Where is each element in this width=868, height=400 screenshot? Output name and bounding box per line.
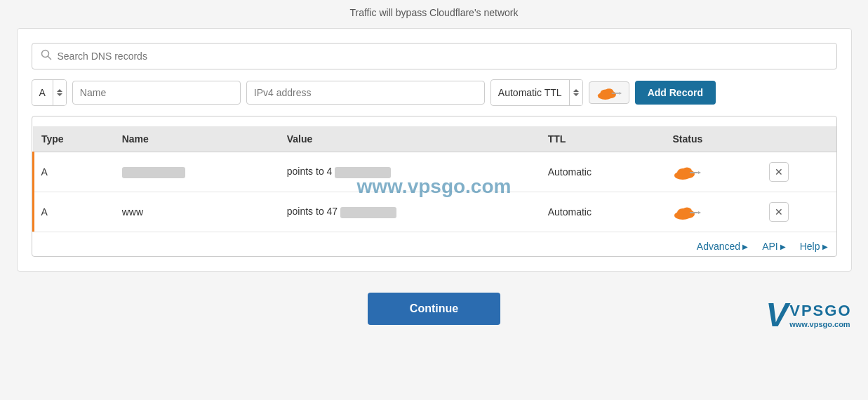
help-arrow-icon: ▶ — [822, 243, 828, 251]
col-actions — [761, 126, 836, 152]
watermark-brand: VPSGO — [789, 302, 851, 320]
continue-area: Continue V VPSGO www.vpsgo.com — [17, 293, 852, 325]
type-value: A — [32, 81, 53, 104]
help-label: Help — [800, 241, 820, 252]
row2-value: points to 47 — [279, 192, 540, 232]
api-link[interactable]: API ▶ — [762, 241, 786, 252]
ttl-spinner[interactable] — [569, 80, 582, 105]
col-ttl: TTL — [540, 126, 665, 152]
row2-cloud-status — [673, 204, 753, 220]
ttl-select[interactable]: Automatic TTL — [490, 79, 583, 106]
continue-button[interactable]: Continue — [368, 293, 500, 325]
svg-marker-7 — [619, 92, 622, 95]
api-arrow-icon: ▶ — [780, 243, 786, 251]
svg-rect-18 — [690, 212, 698, 213]
type-spinner[interactable] — [53, 80, 66, 105]
cloud-proxy-icon — [596, 85, 622, 100]
search-input[interactable] — [58, 51, 828, 62]
ipv4-input[interactable] — [246, 81, 485, 105]
advanced-label: Advanced — [697, 241, 740, 252]
table-row: A www points to 47 Automatic — [33, 192, 836, 232]
col-status: Status — [665, 126, 761, 152]
svg-rect-12 — [690, 172, 698, 173]
add-record-button[interactable]: Add Record — [635, 81, 716, 105]
col-type: Type — [33, 126, 114, 152]
ttl-arrow-up — [573, 89, 579, 92]
row2-name: www — [114, 192, 279, 232]
svg-point-17 — [682, 208, 692, 215]
row2-ttl: Automatic — [540, 192, 665, 232]
svg-point-5 — [604, 88, 613, 95]
cloud-active-icon-2 — [673, 204, 701, 220]
row1-cloud-status — [673, 164, 753, 180]
main-card: A Automatic TTL — [17, 28, 852, 272]
row1-delete-button[interactable]: ✕ — [769, 162, 789, 182]
name-input[interactable] — [72, 81, 241, 105]
table-header-row: Type Name Value TTL Status — [33, 126, 836, 152]
row2-type: A — [33, 192, 114, 232]
advanced-link[interactable]: Advanced ▶ — [697, 241, 748, 252]
row1-value-redacted — [335, 167, 391, 178]
svg-point-11 — [682, 168, 692, 175]
row2-delete-cell: ✕ — [761, 192, 836, 232]
type-arrow-down — [57, 93, 62, 96]
watermark: V VPSGO www.vpsgo.com — [766, 298, 851, 332]
svg-rect-6 — [611, 93, 619, 94]
table-footer: Advanced ▶ API ▶ Help ▶ — [32, 232, 836, 256]
dns-table: Type Name Value TTL Status A — [32, 126, 836, 232]
watermark-text-block: VPSGO www.vpsgo.com — [789, 302, 851, 328]
proxy-toggle[interactable] — [589, 81, 629, 104]
row1-type: A — [33, 152, 114, 192]
api-label: API — [762, 241, 778, 252]
row1-status — [665, 152, 761, 192]
search-bar — [32, 43, 837, 69]
type-select[interactable]: A — [32, 79, 67, 106]
row1-ttl: Automatic — [540, 152, 665, 192]
svg-marker-19 — [698, 211, 701, 214]
row1-value: points to 4 — [279, 152, 540, 192]
dns-table-container: www.vpsgo.com Type Name Value TTL Status — [32, 116, 837, 257]
row2-delete-button[interactable]: ✕ — [769, 202, 789, 222]
help-link[interactable]: Help ▶ — [800, 241, 828, 252]
watermark-logo: V VPSGO www.vpsgo.com — [766, 298, 851, 332]
watermark-v: V — [766, 298, 788, 332]
add-record-row: A Automatic TTL — [32, 79, 837, 106]
row1-delete-cell: ✕ — [761, 152, 836, 192]
row2-value-text: points to 47 — [287, 206, 338, 217]
ttl-value: Automatic TTL — [491, 81, 569, 104]
row1-value-text: points to 4 — [287, 166, 333, 177]
svg-marker-13 — [698, 171, 701, 174]
cloud-active-icon — [673, 164, 701, 180]
type-arrow-up — [57, 89, 62, 92]
table-row: A points to 4 Automatic — [33, 152, 836, 192]
svg-line-1 — [48, 57, 51, 60]
col-value: Value — [279, 126, 540, 152]
top-note: Traffic will bypass Cloudflare's network — [350, 7, 519, 18]
row2-value-redacted — [340, 207, 396, 218]
row2-status — [665, 192, 761, 232]
row1-name-redacted — [122, 167, 185, 178]
row1-name — [114, 152, 279, 192]
advanced-arrow-icon: ▶ — [742, 243, 748, 251]
search-icon — [41, 49, 52, 63]
watermark-url: www.vpsgo.com — [789, 320, 851, 328]
ttl-arrow-down — [573, 93, 579, 96]
col-name: Name — [114, 126, 279, 152]
